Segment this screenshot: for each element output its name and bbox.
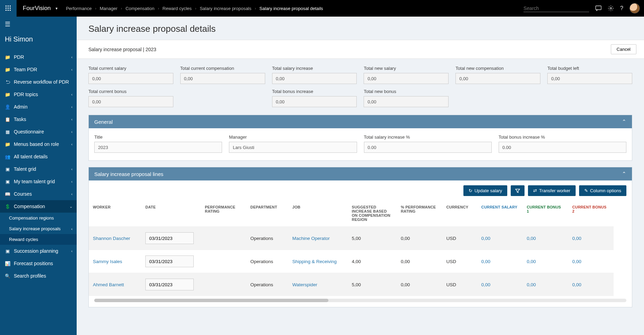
- manager-field[interactable]: [229, 142, 357, 153]
- sidebar-item[interactable]: 📖 Courses ‹: [0, 188, 77, 200]
- currency-cell: USD: [442, 227, 477, 250]
- column-options-button[interactable]: ✎Column options: [579, 185, 626, 196]
- crumb-current: Salary increase proposal details: [259, 6, 323, 11]
- date-field[interactable]: [145, 279, 194, 290]
- job-link[interactable]: Machine Operator: [292, 236, 330, 241]
- sidebar-item[interactable]: ▣ Succession planning ‹: [0, 245, 77, 257]
- col-perf[interactable]: PERFORMANCE RATING: [201, 200, 246, 227]
- date-field[interactable]: [145, 255, 194, 267]
- total-current-compensation[interactable]: [180, 73, 265, 84]
- update-salary-button[interactable]: ↻Update salary: [463, 185, 507, 196]
- table-row[interactable]: Sammy Isales Operations Shipping & Recei…: [89, 250, 614, 273]
- sidebar-item[interactable]: 👥 All talent details: [0, 150, 77, 163]
- hamburger-icon[interactable]: ☰: [0, 17, 77, 32]
- title-field[interactable]: [94, 142, 222, 153]
- col-current-salary[interactable]: CURRENT SALARY: [477, 200, 523, 227]
- total-current-bonus[interactable]: [88, 96, 173, 107]
- sidebar-item[interactable]: 🔍 Search profiles: [0, 270, 77, 282]
- filter-icon: [515, 189, 520, 193]
- worker-link[interactable]: Sammy Isales: [93, 259, 122, 264]
- chevron-left-icon: ‹: [71, 227, 73, 231]
- total-budget-left[interactable]: [547, 73, 632, 84]
- dept-cell: Operations: [246, 227, 288, 250]
- salary-increase-pct[interactable]: [364, 142, 492, 153]
- current-bonus1-cell[interactable]: 0,00: [522, 227, 568, 250]
- col-current-bonus2[interactable]: CURRENT BONUS 2: [568, 200, 614, 227]
- total-new-compensation[interactable]: [455, 73, 540, 84]
- sidebar-item[interactable]: 📊 Forecast positions: [0, 257, 77, 270]
- sidebar-item[interactable]: ▣ My team talent grid ‹: [0, 175, 77, 188]
- lines-grid: WORKER DATE PERFORMANCE RATING DEPARTMEN…: [89, 200, 614, 296]
- total-new-bonus[interactable]: [364, 96, 449, 107]
- current-salary-cell[interactable]: 0,00: [477, 250, 523, 273]
- total-bonus-increase[interactable]: [272, 96, 357, 107]
- current-salary-cell[interactable]: 0,00: [477, 273, 523, 296]
- col-currency[interactable]: CURRENCY: [442, 200, 477, 227]
- sidebar-item[interactable]: ⮌ Reverse workflow of PDR: [0, 76, 77, 88]
- avatar[interactable]: [629, 3, 640, 13]
- sidebar-sub-item[interactable]: Reward cycles: [0, 234, 77, 245]
- total-new-salary[interactable]: [364, 73, 449, 84]
- sidebar-sub-label: Reward cycles: [9, 237, 38, 242]
- sidebar-item[interactable]: 📁 Team PDR ‹: [0, 63, 77, 76]
- col-worker[interactable]: WORKER: [89, 200, 141, 227]
- col-suggested[interactable]: SUGGESTED INCREASE BASED ON COMPENSATION…: [348, 200, 397, 227]
- sidebar-item[interactable]: ▦ Questionnaire ‹: [0, 125, 77, 138]
- crumb[interactable]: Reward cycles: [163, 6, 192, 11]
- table-row[interactable]: Shannon Dascher Operations Machine Opera…: [89, 227, 614, 250]
- job-link[interactable]: Waterspider: [292, 282, 317, 287]
- sidebar-sub-item[interactable]: Salary increase proposals‹: [0, 223, 77, 234]
- total-salary-increase[interactable]: [272, 73, 357, 84]
- current-bonus1-cell[interactable]: 0,00: [522, 273, 568, 296]
- sidebar-item[interactable]: 📁 Menus based on role ‹: [0, 138, 77, 150]
- worker-link[interactable]: Ahmed Barnett: [93, 282, 124, 287]
- greeting: Hi Simon: [0, 32, 77, 51]
- collapse-icon[interactable]: ⌃: [622, 119, 626, 125]
- back-icon: ⮌: [5, 80, 10, 85]
- sidebar-item[interactable]: 📁 PDR ‹: [0, 51, 77, 63]
- svg-rect-9: [596, 6, 601, 10]
- help-icon[interactable]: ?: [620, 5, 623, 11]
- svg-rect-3: [6, 8, 7, 9]
- col-pct[interactable]: % PERFORMANCE RATING: [397, 200, 442, 227]
- transfer-worker-button[interactable]: ⇄Transfer worker: [528, 185, 576, 196]
- table-row[interactable]: Ahmed Barnett Operations Waterspider 5,0…: [89, 273, 614, 296]
- feedback-icon[interactable]: [595, 6, 602, 11]
- crumb[interactable]: Compensation: [125, 6, 154, 11]
- current-bonus2-cell[interactable]: 0,00: [568, 273, 614, 296]
- collapse-icon[interactable]: ⌃: [622, 171, 626, 177]
- current-bonus1-cell[interactable]: 0,00: [522, 250, 568, 273]
- sidebar-sub-item[interactable]: Compensation regions: [0, 213, 77, 223]
- search-input[interactable]: [523, 5, 589, 12]
- horizontal-scrollbar[interactable]: [94, 299, 626, 302]
- col-dept[interactable]: DEPARTMENT: [246, 200, 288, 227]
- date-field[interactable]: [145, 232, 194, 244]
- worker-link[interactable]: Shannon Dascher: [93, 236, 130, 241]
- sidebar-item[interactable]: 💲 Compensation ⌄: [0, 200, 77, 213]
- crumb[interactable]: Performance: [66, 6, 92, 11]
- sidebar-item[interactable]: ▣ Talent grid ‹: [0, 163, 77, 175]
- chevron-left-icon: ‹: [71, 105, 73, 109]
- brand[interactable]: FourVision ▾: [17, 5, 63, 12]
- col-date[interactable]: DATE: [141, 200, 201, 227]
- sidebar-item[interactable]: 📋 Tasks ‹: [0, 113, 77, 125]
- crumb[interactable]: Salary increase proposals: [200, 6, 251, 11]
- sidebar-item[interactable]: 📁 PDR topics ‹: [0, 88, 77, 101]
- total-current-salary[interactable]: [88, 73, 173, 84]
- page-title: Salary increase proposal details: [77, 17, 644, 40]
- gear-icon[interactable]: [608, 5, 614, 11]
- job-link[interactable]: Shipping & Receiving: [292, 259, 337, 264]
- col-job[interactable]: JOB: [288, 200, 348, 227]
- filter-button[interactable]: [511, 185, 525, 196]
- sidebar-item-label: My team talent grid: [14, 179, 68, 184]
- bonus-increase-pct[interactable]: [499, 142, 626, 153]
- sidebar-item[interactable]: 👤 Admin ‹: [0, 101, 77, 113]
- app-launcher-icon[interactable]: [0, 0, 17, 17]
- current-salary-cell[interactable]: 0,00: [477, 227, 523, 250]
- current-bonus2-cell[interactable]: 0,00: [568, 250, 614, 273]
- cancel-button[interactable]: Cancel: [611, 44, 636, 54]
- people-icon: 👥: [5, 154, 10, 159]
- col-current-bonus1[interactable]: CURRENT BONUS 1: [522, 200, 568, 227]
- crumb[interactable]: Manager: [100, 6, 117, 11]
- current-bonus2-cell[interactable]: 0,00: [568, 227, 614, 250]
